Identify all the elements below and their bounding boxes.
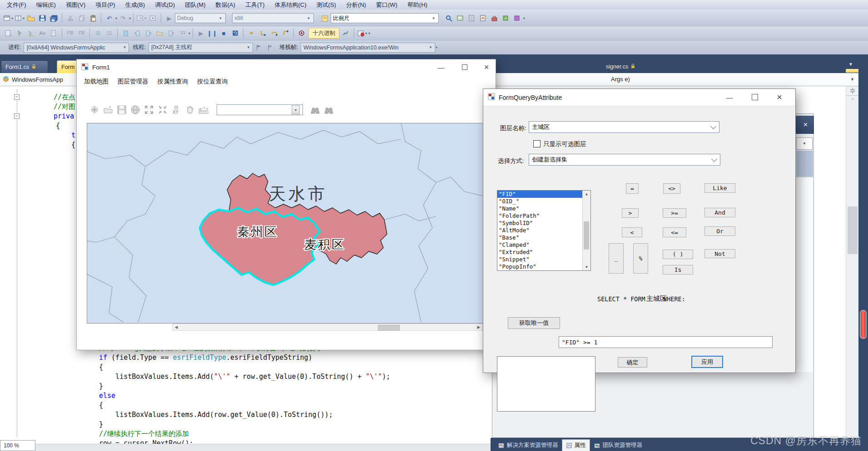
op-equals-button[interactable]: = [626, 183, 639, 194]
close-icon[interactable]: × [476, 61, 496, 74]
form1-titlebar[interactable]: Form1 — × [77, 59, 496, 75]
scroll-annotation-marker[interactable] [860, 310, 867, 339]
flag-icon[interactable] [253, 43, 264, 53]
op-less-button[interactable]: < [622, 227, 642, 237]
op-underscore-button[interactable]: _ [609, 243, 624, 274]
menu-item[interactable]: 分析(N) [341, 0, 371, 10]
get-unique-values-button[interactable]: 获取唯一值 [508, 317, 560, 329]
globe-icon[interactable] [129, 104, 141, 116]
find-in-files-icon[interactable] [444, 13, 454, 23]
tab-designer-cs[interactable]: signer.cs [602, 60, 652, 73]
tab-overflow-icon[interactable]: ▼ [848, 62, 853, 67]
toolbar-options-icon[interactable]: ▾ [188, 31, 190, 35]
field-list-item[interactable]: "AltMode" [497, 227, 583, 234]
form1-menu-item[interactable]: 加载地图 [79, 75, 113, 88]
where-clause-input[interactable]: "FID" >= 1 [559, 336, 773, 348]
step-over-icon[interactable] [269, 28, 279, 38]
fields-listbox[interactable]: "FID""OID_""Name""FolderPath""SymbolID""… [497, 190, 591, 271]
environment-icon[interactable] [455, 13, 466, 23]
maximize-icon[interactable] [455, 61, 475, 74]
maximize-icon[interactable] [745, 91, 765, 103]
solution-platforms-combo[interactable]: x86▼ [232, 13, 314, 23]
restart-debug-icon[interactable] [230, 28, 240, 38]
chevron-down-icon[interactable]: ▼ [850, 77, 854, 82]
op-less-equal-button[interactable]: <= [663, 227, 686, 237]
stack-frame-combo[interactable]: WindowsFormsApplication10.exe!Win▼ [301, 43, 435, 53]
notes-icon[interactable] [320, 13, 330, 23]
fixed-zoom-icon[interactable] [157, 104, 169, 116]
field-list-item[interactable]: "Snippet" [497, 256, 583, 263]
apply-button[interactable]: 应用 [691, 356, 723, 368]
toolbar-options-icon[interactable]: ▾ [368, 31, 370, 35]
chart-icon[interactable] [341, 28, 351, 38]
op-percent-button[interactable]: % [633, 243, 648, 274]
save-map-icon[interactable] [116, 104, 128, 116]
flag-outline-icon[interactable] [265, 43, 275, 53]
field-list-item[interactable]: "SymbolID" [497, 220, 583, 227]
menu-item[interactable]: 调试(D) [150, 0, 180, 10]
indent-icon[interactable] [65, 28, 75, 38]
scrollbar-thumb[interactable] [378, 325, 400, 331]
bookmark-next-icon[interactable] [143, 28, 154, 38]
show-whitespace-icon[interactable] [49, 28, 59, 38]
editor-hscrollbar[interactable] [35, 444, 491, 451]
field-list-item[interactable]: "Name" [497, 205, 583, 212]
breakpoints-window-icon[interactable] [297, 28, 307, 38]
op-not-equals-button[interactable]: <> [663, 183, 680, 194]
splitter-handle-icon[interactable] [846, 86, 859, 96]
dialog-titlebar[interactable]: FormQueryByAttribute — × [483, 89, 795, 106]
select-pointer-icon[interactable] [15, 28, 25, 38]
layer-name-combo[interactable]: 主城区 [529, 121, 719, 133]
measure-icon[interactable] [198, 104, 209, 116]
word-wrap-icon[interactable] [177, 28, 188, 38]
navigate-forward-icon[interactable] [148, 13, 158, 23]
menu-item[interactable]: 体系结构(C) [269, 0, 311, 10]
field-list-item[interactable]: "Clamped" [497, 241, 583, 249]
scrollbar-thumb[interactable] [848, 206, 858, 254]
scrollbar-thumb[interactable] [584, 221, 589, 250]
panel-scroll-thumb[interactable] [796, 151, 813, 177]
map-search-combo[interactable]: ▼ [217, 104, 303, 115]
menu-item[interactable]: 编辑(E) [31, 0, 61, 10]
op-or-button[interactable]: Or [704, 226, 735, 236]
menu-item[interactable]: 帮助(H) [402, 0, 432, 10]
tab-solution-explorer[interactable]: 解决方案资源管理器 [494, 440, 562, 451]
add-data-icon[interactable] [89, 104, 100, 116]
save-all-icon[interactable] [49, 13, 59, 23]
toolbar-options-icon[interactable]: ▾ [523, 16, 525, 20]
op-like-button[interactable]: Like [704, 183, 735, 193]
comment-selection-icon[interactable] [93, 28, 103, 38]
values-listbox[interactable] [497, 356, 595, 412]
field-list-item[interactable]: "PopupInfo" [497, 263, 583, 270]
menu-item[interactable]: 文件(F) [2, 0, 31, 10]
step-out-icon[interactable] [280, 28, 291, 38]
tab-team-explorer[interactable]: 团队资源管理器 [590, 440, 646, 451]
menu-item[interactable]: 窗口(W) [371, 0, 402, 10]
scroll-right-icon[interactable]: ▶ [475, 325, 482, 329]
op-not-button[interactable]: Not [704, 249, 735, 258]
form1-menu-item[interactable]: 图层管理器 [113, 75, 153, 88]
field-list-item[interactable]: "Base" [497, 234, 583, 241]
solution-explorer-icon[interactable] [466, 13, 477, 23]
pause-icon[interactable]: ❙❙ [207, 28, 218, 38]
close-icon[interactable]: × [769, 91, 789, 103]
save-icon[interactable] [37, 13, 48, 23]
op-parentheses-button[interactable]: ( ) [663, 250, 693, 259]
toolbar-options-icon[interactable]: ▾ [436, 45, 437, 49]
only-selectable-checkbox[interactable] [533, 140, 541, 147]
menu-item[interactable]: 视图(V) [61, 0, 90, 10]
open-file-icon[interactable] [26, 13, 36, 23]
form1-menu-item[interactable]: 按属性查询 [153, 75, 193, 88]
window-layout-icon[interactable]: ▾ [15, 13, 25, 23]
op-greater-button[interactable]: > [622, 208, 639, 218]
editor-zoom-level[interactable]: 100 % [0, 440, 35, 451]
fields-listbox-scrollbar[interactable]: ▲ ▼ [582, 191, 590, 270]
thread-combo[interactable]: [0x27A8] 主线程▼ [149, 43, 253, 53]
menu-item[interactable]: 项目(P) [90, 0, 120, 10]
menu-item[interactable]: 团队(M) [180, 0, 211, 10]
field-list-item[interactable]: "Extruded" [497, 249, 583, 256]
collapse-region-icon[interactable]: − [14, 94, 20, 100]
op-is-button[interactable]: Is [663, 265, 693, 275]
undo-icon[interactable]: ↶ [104, 13, 114, 23]
scroll-down-icon[interactable]: ▼ [583, 265, 590, 269]
